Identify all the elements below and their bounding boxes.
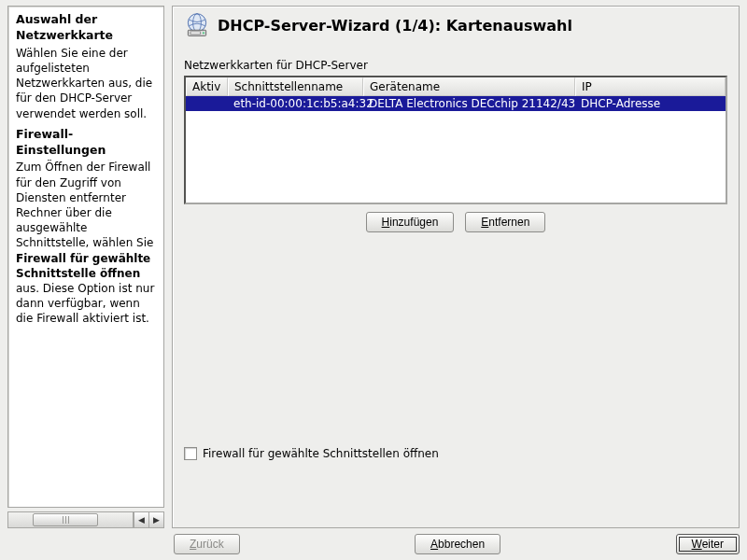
cancel-button[interactable]: Abbrechen [415,534,500,554]
column-header-interface[interactable]: Schnittstellenname [228,77,363,96]
table-row[interactable]: eth-id-00:00:1c:b5:a4:32 DELTA Electroni… [186,96,726,111]
column-header-device[interactable]: Gerätename [363,77,575,96]
help-para-1: Wählen Sie eine der aufgelisteten Netzwe… [16,46,156,121]
remove-button[interactable]: Entfernen [465,212,545,232]
cell-device: DELTA Electronics DECchip 21142/43 [363,96,575,111]
scroll-left-icon[interactable]: ◀ [134,512,148,527]
help-horizontal-scrollbar[interactable]: ◀ ▶ [7,511,164,528]
help-text: Auswahl der Netzwerkkarte Wählen Sie ein… [7,6,164,508]
interface-table[interactable]: Aktiv Schnittstellenname Gerätename IP e… [184,76,727,204]
table-caption: Netzwerkkarten für DHCP-Server [184,59,727,72]
wizard-content: DHCP-Server-Wizard (1/4): Kartenauswahl … [172,6,740,528]
firewall-checkbox[interactable] [184,447,197,460]
wizard-nav: Zurück Abbrechen Weiter [0,528,747,560]
add-button[interactable]: Hinzufügen [366,212,455,232]
cell-active [186,96,228,111]
back-button: Zurück [174,534,240,554]
cell-interface: eth-id-00:00:1c:b5:a4:32 [228,96,363,111]
cell-ip: DHCP-Adresse [575,96,726,111]
next-button[interactable]: Weiter [676,534,740,554]
column-header-active[interactable]: Aktiv [186,77,228,96]
page-title: DHCP-Server-Wizard (1/4): Kartenauswahl [218,17,572,35]
wizard-icon [184,12,210,38]
scroll-right-icon[interactable]: ▶ [148,512,163,527]
svg-point-4 [203,32,204,34]
column-header-ip[interactable]: IP [575,77,726,96]
help-para-2: Zum Öffnen der Firewall für den Zugriff … [16,160,156,326]
help-panel: Auswahl der Netzwerkkarte Wählen Sie ein… [7,6,164,528]
help-heading-1: Auswahl der Netzwerkkarte [16,12,156,44]
firewall-checkbox-label: Firewall für gewählte Schnittstellen öff… [203,447,439,460]
help-heading-2: Firewall-Einstellungen [16,127,156,159]
svg-point-0 [188,14,205,32]
svg-rect-3 [190,32,201,35]
